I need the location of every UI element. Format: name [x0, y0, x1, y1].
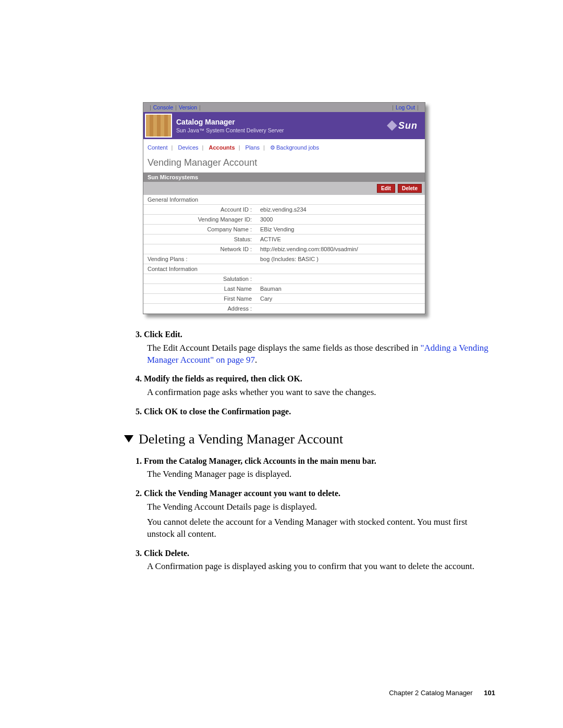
menu-plans[interactable]: Plans	[246, 144, 260, 151]
edit-button[interactable]: Edit	[377, 184, 395, 193]
page-heading: Vending Manager Account	[143, 154, 425, 172]
value-vm-id: 3000	[256, 215, 425, 225]
del-step-3-title: 3. Click Delete.	[136, 548, 495, 559]
app-title: Catalog Manager	[176, 118, 284, 126]
sun-logo-text: Sun	[398, 120, 418, 131]
step-3-text: The Edit Account Details page displays t…	[147, 343, 421, 353]
label-vm-id: Vending Manager ID:	[143, 215, 256, 225]
section-contact: Contact Information	[143, 264, 425, 274]
label-company: Company Name :	[143, 225, 256, 235]
label-status: Status:	[143, 235, 256, 244]
gear-icon: ⚙	[270, 144, 275, 151]
console-link[interactable]: Console	[153, 104, 174, 110]
menu-accounts[interactable]: Accounts	[209, 144, 235, 151]
action-bar: Edit Delete	[143, 182, 425, 195]
value-salutation	[256, 274, 425, 284]
group-bar: Sun Microsystems	[143, 172, 425, 182]
del-step-2-body-2: You cannot delete the account for a Vend…	[147, 516, 495, 540]
details-table: General Information Account ID : ebiz.ve…	[143, 195, 425, 314]
step-3-body: The Edit Account Details page displays t…	[147, 342, 495, 366]
main-menu: Content| Devices| Accounts| Plans| ⚙Back…	[143, 139, 425, 154]
section-general: General Information	[143, 195, 425, 205]
label-account-id: Account ID :	[143, 205, 256, 215]
footer-chapter: Chapter 2 Catalog Manager	[389, 689, 472, 697]
step-5-title: 5. Click OK to close the Confirmation pa…	[136, 406, 495, 417]
label-last-name: Last Name	[143, 284, 256, 294]
sun-logo: Sun	[388, 120, 425, 131]
document-body: 3. Click Edit. The Edit Account Details …	[136, 329, 495, 573]
value-account-id: ebiz.vending.s234	[256, 205, 425, 215]
menu-devices[interactable]: Devices	[178, 144, 198, 151]
menu-content[interactable]: Content	[148, 144, 168, 151]
banner: Catalog Manager Sun Java™ System Content…	[143, 112, 425, 139]
triangle-down-icon	[124, 435, 133, 442]
step-3-title: 3. Click Edit.	[136, 329, 495, 340]
del-step-2-title: 2. Click the Vending Manager account you…	[136, 488, 495, 499]
label-first-name: First Name	[143, 294, 256, 304]
screenshot-figure: | Console | Version | | Log Out | Catalo…	[143, 102, 425, 314]
logout-link[interactable]: Log Out	[396, 104, 415, 110]
step-3-period: .	[255, 355, 257, 365]
section-heading: Deleting a Vending Manager Account	[124, 430, 495, 448]
menu-background-jobs[interactable]: Background jobs	[276, 144, 319, 151]
label-network: Network ID :	[143, 244, 256, 254]
section-heading-text: Deleting a Vending Manager Account	[139, 430, 343, 448]
footer-page-number: 101	[484, 689, 495, 697]
step-4-body: A confirmation page asks whether you wan…	[147, 387, 495, 399]
banner-thumb-icon	[145, 114, 172, 138]
step-4-title: 4. Modify the fields as required, then c…	[136, 373, 495, 385]
sun-diamond-icon	[387, 120, 397, 131]
version-link[interactable]: Version	[179, 104, 197, 110]
label-address: Address :	[143, 304, 256, 314]
value-company: EBiz Vending	[256, 225, 425, 235]
del-step-3-body: A Confirmation page is displayed asking …	[147, 561, 495, 573]
value-first-name: Cary	[256, 294, 425, 304]
section-plans: Vending Plans :	[143, 254, 256, 264]
delete-button[interactable]: Delete	[398, 184, 422, 193]
del-step-1-body: The Vending Manager page is displayed.	[147, 468, 495, 480]
app-subtitle: Sun Java™ System Content Delivery Server	[176, 127, 284, 133]
del-step-1-title: 1. From the Catalog Manager, click Accou…	[136, 455, 495, 467]
value-plans: bog (Includes: BASIC )	[256, 254, 425, 264]
del-step-2-body-1: The Vending Account Details page is disp…	[147, 501, 495, 513]
label-salutation: Salutation :	[143, 274, 256, 284]
value-address	[256, 304, 425, 314]
page-footer: Chapter 2 Catalog Manager 101	[389, 689, 495, 697]
value-status: ACTIVE	[256, 235, 425, 244]
value-last-name: Bauman	[256, 284, 425, 294]
top-bar: | Console | Version | | Log Out |	[143, 103, 425, 112]
value-network: http://ebiz.vending.com:8080/vsadmin/	[256, 244, 425, 254]
